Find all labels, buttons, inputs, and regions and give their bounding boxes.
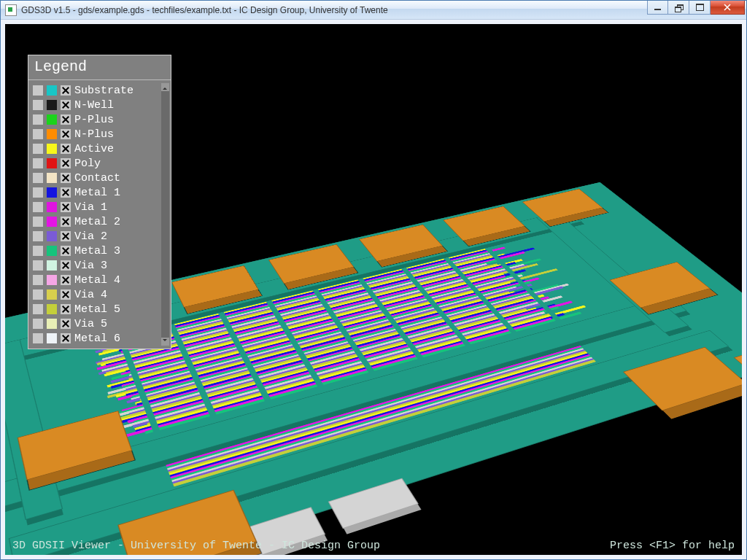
- layer-color-swatch[interactable]: [47, 260, 57, 271]
- legend-row[interactable]: Via 2: [33, 229, 168, 244]
- legend-row[interactable]: Active: [33, 141, 168, 156]
- layer-label: Via 1: [74, 201, 107, 214]
- minimize-button[interactable]: [647, 1, 668, 15]
- legend-row[interactable]: Via 1: [33, 200, 168, 214]
- layer-color-swatch[interactable]: [47, 144, 57, 154]
- visibility-checkbox[interactable]: [33, 114, 43, 125]
- visibility-checkbox[interactable]: [33, 158, 43, 168]
- layer-label: P-Plus: [74, 114, 114, 126]
- legend-panel[interactable]: Legend SubstrateN-WellP-PlusN-PlusActive…: [28, 55, 171, 349]
- scroll-down-icon[interactable]: [161, 338, 169, 346]
- layer-color-swatch[interactable]: [47, 217, 57, 227]
- legend-row[interactable]: Metal 5: [33, 302, 168, 316]
- layer-color-swatch[interactable]: [47, 246, 57, 256]
- layer-label: Poly: [74, 158, 101, 170]
- layer-label: Metal 4: [74, 274, 120, 287]
- layer-label: Substrate: [74, 85, 133, 97]
- app-window: GDS3D v1.5 - gds/example.gds - techfiles…: [0, 0, 747, 560]
- layer-color-swatch[interactable]: [47, 173, 57, 183]
- layer-label: Via 4: [74, 289, 107, 301]
- visibility-checkbox[interactable]: [33, 144, 43, 154]
- layer-checkbox[interactable]: [61, 158, 71, 168]
- legend-row[interactable]: Contact: [33, 171, 168, 185]
- visibility-checkbox[interactable]: [33, 289, 43, 300]
- scroll-up-icon[interactable]: [161, 83, 169, 91]
- layer-checkbox[interactable]: [61, 289, 71, 300]
- layer-checkbox[interactable]: [61, 333, 71, 343]
- legend-row[interactable]: Metal 3: [33, 244, 168, 258]
- visibility-checkbox[interactable]: [33, 319, 43, 329]
- legend-row[interactable]: N-Well: [33, 98, 168, 112]
- legend-row[interactable]: Metal 1: [33, 185, 168, 200]
- layer-color-swatch[interactable]: [47, 231, 57, 241]
- layer-color-swatch[interactable]: [47, 304, 57, 314]
- visibility-checkbox[interactable]: [33, 217, 43, 227]
- layer-color-swatch[interactable]: [47, 202, 57, 212]
- visibility-checkbox[interactable]: [33, 304, 43, 314]
- layer-color-swatch[interactable]: [47, 129, 57, 139]
- window-buttons: [647, 1, 745, 15]
- legend-row[interactable]: Metal 6: [33, 331, 168, 346]
- visibility-checkbox[interactable]: [33, 231, 43, 241]
- legend-row[interactable]: Poly: [33, 156, 168, 171]
- layer-checkbox[interactable]: [61, 202, 71, 212]
- layer-checkbox[interactable]: [61, 260, 71, 271]
- legend-row[interactable]: Metal 4: [33, 273, 168, 287]
- legend-scrollbar[interactable]: [161, 83, 169, 346]
- visibility-checkbox[interactable]: [33, 275, 43, 285]
- layer-checkbox[interactable]: [61, 304, 71, 314]
- layer-color-swatch[interactable]: [47, 187, 57, 198]
- layer-checkbox[interactable]: [61, 231, 71, 241]
- layer-checkbox[interactable]: [61, 173, 71, 183]
- layer-label: N-Well: [74, 99, 114, 112]
- visibility-checkbox[interactable]: [33, 85, 43, 96]
- visibility-checkbox[interactable]: [33, 100, 43, 110]
- viewport-3d[interactable]: Legend SubstrateN-WellP-PlusN-PlusActive…: [5, 24, 742, 555]
- layer-checkbox[interactable]: [61, 275, 71, 285]
- layer-checkbox[interactable]: [61, 187, 71, 198]
- close-button[interactable]: [711, 1, 745, 15]
- legend-row[interactable]: N-Plus: [33, 127, 168, 141]
- layer-color-swatch[interactable]: [47, 289, 57, 300]
- layer-label: Via 5: [74, 318, 107, 330]
- visibility-checkbox[interactable]: [33, 202, 43, 212]
- app-icon: [5, 4, 17, 16]
- layer-color-swatch[interactable]: [47, 158, 57, 168]
- layer-color-swatch[interactable]: [47, 100, 57, 110]
- layer-checkbox[interactable]: [61, 100, 71, 110]
- status-right: Press <F1> for help: [610, 540, 735, 552]
- layer-color-swatch[interactable]: [47, 85, 57, 96]
- layer-checkbox[interactable]: [61, 129, 71, 139]
- visibility-checkbox[interactable]: [33, 333, 43, 343]
- layer-color-swatch[interactable]: [47, 333, 57, 343]
- layer-color-swatch[interactable]: [47, 319, 57, 329]
- layer-label: Metal 1: [74, 187, 120, 199]
- legend-row[interactable]: Via 3: [33, 258, 168, 273]
- legend-row[interactable]: Via 5: [33, 316, 168, 331]
- visibility-checkbox[interactable]: [33, 260, 43, 271]
- layer-checkbox[interactable]: [61, 319, 71, 329]
- close-icon: [724, 4, 731, 11]
- legend-row[interactable]: Substrate: [33, 83, 168, 98]
- legend-row[interactable]: Metal 2: [33, 214, 168, 229]
- visibility-checkbox[interactable]: [33, 187, 43, 198]
- visibility-checkbox[interactable]: [33, 246, 43, 256]
- layer-label: Metal 6: [74, 332, 120, 345]
- visibility-checkbox[interactable]: [33, 129, 43, 139]
- layer-checkbox[interactable]: [61, 85, 71, 96]
- layer-checkbox[interactable]: [61, 114, 71, 125]
- restore-button[interactable]: [668, 1, 689, 15]
- status-left: 3D GDSII Viewer - University of Twente -…: [12, 540, 380, 552]
- titlebar[interactable]: GDS3D v1.5 - gds/example.gds - techfiles…: [1, 1, 746, 20]
- layer-checkbox[interactable]: [61, 217, 71, 227]
- layer-color-swatch[interactable]: [47, 114, 57, 125]
- visibility-checkbox[interactable]: [33, 173, 43, 183]
- layer-color-swatch[interactable]: [47, 275, 57, 285]
- layer-checkbox[interactable]: [61, 246, 71, 256]
- legend-row[interactable]: P-Plus: [33, 112, 168, 127]
- legend-row[interactable]: Via 4: [33, 287, 168, 302]
- layer-checkbox[interactable]: [61, 144, 71, 154]
- layer-label: Metal 2: [74, 216, 120, 228]
- status-bar: 3D GDSII Viewer - University of Twente -…: [5, 539, 742, 555]
- maximize-button[interactable]: [689, 1, 711, 15]
